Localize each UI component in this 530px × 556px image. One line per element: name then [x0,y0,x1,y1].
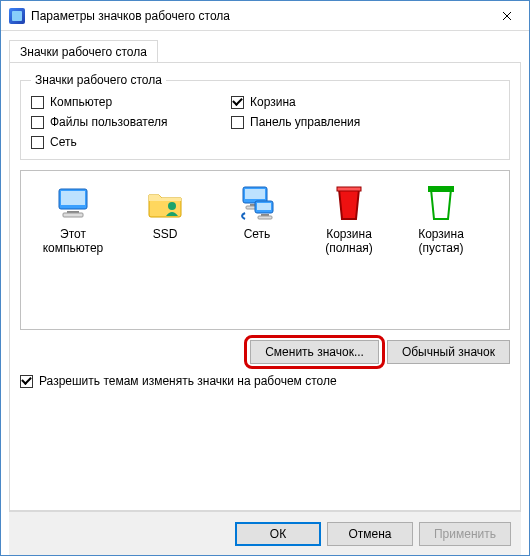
dialog-window: Параметры значков рабочего стола Значки … [0,0,530,556]
button-label: Применить [434,527,496,541]
icon-item-bin-full[interactable]: Корзина (полная) [305,183,393,256]
svg-rect-12 [258,216,272,219]
checkbox-recyclebin[interactable]: Корзина [231,95,499,109]
checkbox-box [231,116,244,129]
client-area: Значки рабочего стола Значки рабочего ст… [1,31,529,555]
tab-body: Значки рабочего стола Компьютер Корзина … [9,62,521,511]
icon-preview-list[interactable]: Этот компьютер SSD Сеть [20,170,510,330]
checkbox-box [31,96,44,109]
network-monitor-icon [237,183,277,223]
close-button[interactable] [484,1,529,31]
checkbox-network[interactable]: Сеть [31,135,231,149]
checkbox-allow-themes[interactable]: Разрешить темам изменять значки на рабоч… [20,374,510,388]
checkbox-label: Разрешить темам изменять значки на рабоч… [39,374,337,388]
bin-full-icon [329,183,369,223]
monitor-icon [53,183,93,223]
checkbox-label: Компьютер [50,95,112,109]
ok-button[interactable]: ОК [235,522,321,546]
desktop-icons-group: Значки рабочего стола Компьютер Корзина … [20,73,510,160]
default-icon-button[interactable]: Обычный значок [387,340,510,364]
icon-item-ssd[interactable]: SSD [121,183,209,241]
group-legend: Значки рабочего стола [31,73,166,87]
checkbox-box [20,375,33,388]
window-title: Параметры значков рабочего стола [31,9,484,23]
bin-empty-icon [421,183,461,223]
change-icon-button[interactable]: Сменить значок... [250,340,379,364]
folder-user-icon [145,183,185,223]
checkbox-label: Корзина [250,95,296,109]
icon-label: Корзина (пустая) [397,227,485,256]
svg-rect-6 [245,189,265,199]
icon-item-this-pc[interactable]: Этот компьютер [29,183,117,256]
icon-label: Этот компьютер [29,227,117,256]
svg-rect-3 [63,213,83,217]
icon-label: Корзина (полная) [305,227,393,256]
checkbox-label: Панель управления [250,115,360,129]
checkbox-computer[interactable]: Компьютер [31,95,231,109]
checkbox-controlpanel[interactable]: Панель управления [231,115,499,129]
svg-rect-13 [337,187,361,191]
checkbox-box [31,136,44,149]
button-label: Обычный значок [402,345,495,359]
icon-label: Сеть [244,227,271,241]
tab-strip: Значки рабочего стола [9,39,521,62]
apply-button[interactable]: Применить [419,522,511,546]
checkbox-box [31,116,44,129]
tab-label: Значки рабочего стола [20,45,147,59]
checkbox-userfiles[interactable]: Файлы пользователя [31,115,231,129]
button-label: ОК [270,527,286,541]
button-label: Сменить значок... [265,345,364,359]
dialog-footer: ОК Отмена Применить [9,511,521,555]
cancel-button[interactable]: Отмена [327,522,413,546]
icon-label: SSD [153,227,178,241]
titlebar[interactable]: Параметры значков рабочего стола [1,1,529,31]
tab-desktop-icons[interactable]: Значки рабочего стола [9,40,158,63]
svg-rect-1 [61,191,85,205]
checkbox-box [231,96,244,109]
close-icon [502,11,512,21]
svg-point-4 [168,202,176,210]
app-icon [9,8,25,24]
icon-item-network[interactable]: Сеть [213,183,301,241]
icon-item-bin-empty[interactable]: Корзина (пустая) [397,183,485,256]
checkbox-label: Сеть [50,135,77,149]
svg-rect-10 [257,203,271,210]
button-label: Отмена [348,527,391,541]
checkbox-label: Файлы пользователя [50,115,167,129]
